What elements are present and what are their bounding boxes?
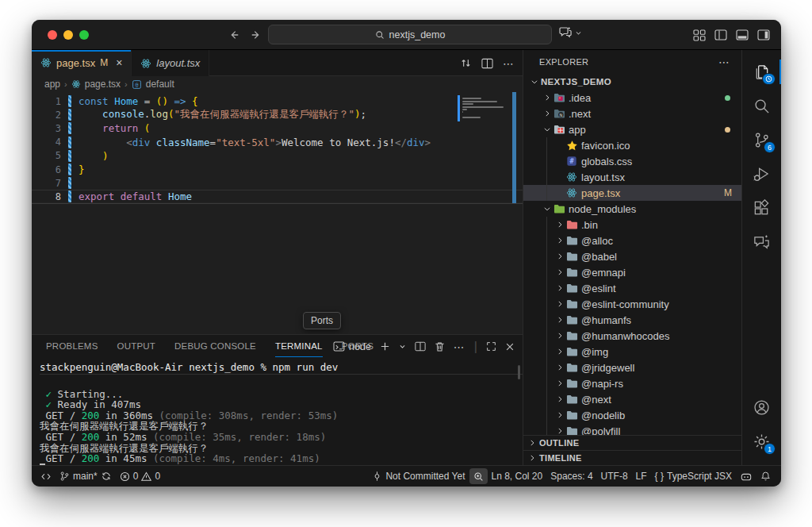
panel-tab-output[interactable]: OUTPUT xyxy=(117,335,155,357)
eol-sequence[interactable]: LF xyxy=(632,466,651,487)
activity-source-control-button[interactable]: 6 xyxy=(742,123,781,157)
robot-icon xyxy=(740,471,753,482)
close-panel-button[interactable] xyxy=(505,342,515,352)
split-terminal-button[interactable] xyxy=(415,341,426,352)
code-line-1[interactable]: 1const Home = () => { xyxy=(32,94,523,108)
code-line-5[interactable]: 5 ) xyxy=(32,149,523,163)
language-mode[interactable]: { } TypeScript JSX xyxy=(651,466,736,487)
encoding[interactable]: UTF-8 xyxy=(597,466,632,487)
activity-chat-button[interactable] xyxy=(742,225,781,260)
close-tab-button[interactable]: × xyxy=(116,56,122,69)
tree-item-globals.css[interactable]: #globals.css xyxy=(523,153,741,169)
terminal-scrollbar[interactable] xyxy=(518,365,520,379)
star-icon xyxy=(566,140,581,152)
breadcrumb-file[interactable]: page.tsx xyxy=(85,79,121,90)
code-line-6[interactable]: 6} xyxy=(32,163,523,176)
terminal-profile-node[interactable]: node xyxy=(333,341,371,352)
titlebar[interactable]: nextjs_demo xyxy=(32,20,781,50)
chevron-right-icon xyxy=(553,364,566,371)
code-line-3[interactable]: 3 return ( xyxy=(32,121,523,135)
tree-item-.bin[interactable]: .bin xyxy=(523,217,741,233)
zoom-window-button[interactable] xyxy=(79,30,89,40)
overview-ruler[interactable] xyxy=(512,92,516,203)
tree-item-layout.tsx[interactable]: layout.tsx xyxy=(523,169,741,185)
panel-tab-problems[interactable]: PROBLEMS xyxy=(46,335,98,357)
tree-item-@napi-rs[interactable]: @napi-rs xyxy=(523,375,741,391)
git-branch-status[interactable]: main* xyxy=(56,466,116,487)
code-line-8[interactable]: 8export default Home xyxy=(32,190,523,203)
back-button[interactable] xyxy=(228,29,239,40)
activity-extensions-button[interactable] xyxy=(742,191,781,225)
split-editor-icon[interactable] xyxy=(481,58,493,69)
command-center-search[interactable]: nextjs_demo xyxy=(268,25,552,44)
tree-item-@humanfs[interactable]: @humanfs xyxy=(523,312,741,328)
tree-item-@img[interactable]: @img xyxy=(523,344,741,360)
indentation[interactable]: Spaces: 4 xyxy=(546,466,596,487)
tree-item-@emnapi[interactable]: @emnapi xyxy=(523,264,741,280)
activity-explorer-button[interactable] xyxy=(742,55,781,89)
commit-status[interactable]: Not Committed Yet xyxy=(368,466,469,487)
tree-item-label: app xyxy=(569,124,586,136)
panel-tab-terminal[interactable]: TERMINAL xyxy=(275,335,323,357)
more-panel-actions-icon[interactable]: ⋯ xyxy=(454,340,465,353)
account-button[interactable] xyxy=(742,390,781,425)
tree-item-NEXTJS_DEMO[interactable]: NEXTJS_DEMO xyxy=(523,74,741,90)
breadcrumb[interactable]: app › page.tsx › @ default xyxy=(32,76,523,92)
git-modified-badge: M xyxy=(100,57,108,68)
timeline-section[interactable]: TIMELINE xyxy=(523,450,741,465)
tab-page-tsx[interactable]: page.tsx M × xyxy=(32,50,132,76)
open-changes-icon[interactable] xyxy=(460,57,472,69)
explorer-more-actions-icon[interactable]: ⋯ xyxy=(718,56,730,68)
kill-terminal-button[interactable] xyxy=(435,341,445,352)
maximize-panel-button[interactable] xyxy=(486,341,496,352)
code-line-2[interactable]: 2 console.log("我會在伺服器端執行還是客戶端執行？"); xyxy=(32,108,523,121)
notifications-button[interactable] xyxy=(756,466,775,487)
problems-status[interactable]: 0 0 xyxy=(116,466,164,487)
panel-tab-debug-console[interactable]: DEBUG CONSOLE xyxy=(174,335,256,357)
copilot-chat-icon xyxy=(558,26,573,39)
tree-item-node_modules[interactable]: node_modules xyxy=(523,201,741,217)
code-editor[interactable]: 1const Home = () => {2 console.log("我會在伺… xyxy=(32,92,523,334)
tree-item-.next[interactable]: N.next xyxy=(523,106,741,121)
outline-section[interactable]: OUTLINE xyxy=(523,435,741,450)
tree-item-@polyfill[interactable]: @polyfill xyxy=(523,423,741,435)
tree-item-app[interactable]: app xyxy=(523,121,741,137)
terminal-line-3: ✓ Ready in 407ms xyxy=(40,398,523,410)
remote-indicator[interactable] xyxy=(36,466,56,487)
breadcrumb-app[interactable]: app xyxy=(44,79,60,90)
tree-item-@next[interactable]: @next xyxy=(523,391,741,407)
tree-item-@jridgewell[interactable]: @jridgewell xyxy=(523,360,741,375)
tree-item-@eslint-community[interactable]: @eslint-community xyxy=(523,296,741,312)
code-line-7[interactable]: 7 xyxy=(32,176,523,190)
tree-item-@babel[interactable]: @babel xyxy=(523,248,741,264)
breadcrumb-symbol[interactable]: default xyxy=(146,79,174,90)
toggle-secondary-sidebar-button[interactable] xyxy=(757,29,770,40)
tree-item-favicon.ico[interactable]: favicon.ico xyxy=(523,137,741,153)
minimize-window-button[interactable] xyxy=(63,30,73,40)
more-editor-actions-icon[interactable]: ⋯ xyxy=(503,57,515,70)
minimap[interactable] xyxy=(458,95,505,121)
toggle-panel-button[interactable] xyxy=(736,29,749,40)
tab-layout-tsx[interactable]: layout.tsx xyxy=(132,50,209,76)
code-line-4[interactable]: 4 <div className="text-5xl">Welcome to N… xyxy=(32,136,523,149)
tree-item-page.tsx[interactable]: page.tsxM xyxy=(523,185,741,201)
terminal[interactable]: stackpenguin@MacBook-Air nextjs_demo % n… xyxy=(32,357,523,465)
terminal-dropdown-button[interactable] xyxy=(399,343,406,350)
tree-item-@alloc[interactable]: @alloc xyxy=(523,233,741,248)
screencast-zoom-button[interactable] xyxy=(469,468,488,484)
cursor-position[interactable]: Ln 8, Col 20 xyxy=(488,466,547,487)
forward-button[interactable] xyxy=(251,29,262,40)
activity-search-button[interactable] xyxy=(742,89,781,123)
settings-button[interactable]: 1 xyxy=(742,425,781,459)
customize-layout-button[interactable] xyxy=(693,29,706,41)
tree-item-@eslint[interactable]: @eslint xyxy=(523,280,741,296)
tree-item-.idea[interactable]: .idea xyxy=(523,90,741,106)
copilot-status[interactable] xyxy=(736,466,756,487)
close-window-button[interactable] xyxy=(48,30,57,40)
toggle-primary-sidebar-button[interactable] xyxy=(714,29,727,40)
copilot-menu-button[interactable] xyxy=(558,26,582,39)
activity-run-debug-button[interactable] xyxy=(742,157,781,191)
tree-item-@nodelib[interactable]: @nodelib xyxy=(523,407,741,423)
tree-item-@humanwhocodes[interactable]: @humanwhocodes xyxy=(523,328,741,344)
new-terminal-button[interactable] xyxy=(380,341,390,352)
